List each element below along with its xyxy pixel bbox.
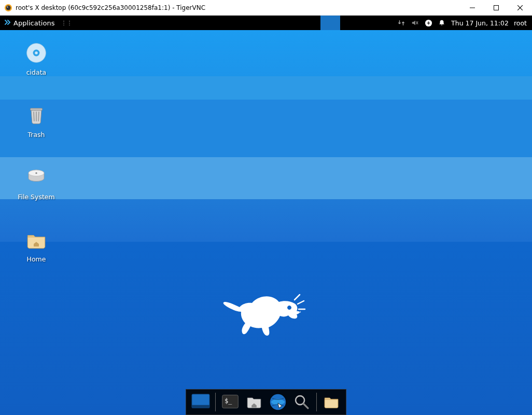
desktop-icon-label: File System bbox=[10, 193, 62, 201]
svg-point-12 bbox=[35, 51, 38, 54]
desktop-icon-filesystem[interactable]: File System bbox=[10, 165, 62, 201]
bottom-dock: $_ bbox=[186, 389, 346, 415]
svg-line-16 bbox=[38, 112, 39, 121]
dock-app-finder[interactable] bbox=[291, 392, 312, 412]
svg-line-14 bbox=[34, 112, 34, 121]
desktop-icon-trash[interactable]: Trash bbox=[10, 103, 62, 139]
vnc-window-titlebar: root's X desktop (60c9c592c256a30001258f… bbox=[0, 0, 532, 16]
desktop-icon-label: Home bbox=[10, 255, 62, 263]
power-manager-icon[interactable] bbox=[424, 19, 432, 27]
notifications-icon[interactable] bbox=[438, 19, 446, 27]
desktop-area[interactable]: cidata Trash File System bbox=[0, 30, 532, 415]
volume-muted-icon[interactable] bbox=[411, 19, 419, 27]
home-folder-icon bbox=[24, 227, 49, 252]
tigervnc-app-icon bbox=[4, 4, 12, 12]
desktop-icon-cidata[interactable]: cidata bbox=[10, 40, 62, 76]
network-icon[interactable] bbox=[397, 19, 405, 27]
svg-text:$_: $_ bbox=[225, 397, 232, 405]
desktop-icon-label: Trash bbox=[10, 131, 62, 139]
optical-disc-icon bbox=[24, 40, 49, 65]
minimize-button[interactable] bbox=[460, 0, 484, 15]
dock-terminal[interactable]: $_ bbox=[220, 392, 241, 412]
desktop-icon-label: cidata bbox=[10, 68, 62, 76]
applications-menu-button[interactable]: Applications bbox=[0, 16, 59, 30]
panel-user-label[interactable]: root bbox=[514, 19, 527, 27]
dock-show-desktop[interactable] bbox=[190, 392, 211, 412]
taskbar-active-slot[interactable] bbox=[320, 16, 340, 30]
svg-point-1 bbox=[6, 5, 11, 10]
xfce-logo-icon bbox=[4, 19, 11, 26]
xfce-mouse-wallpaper-icon bbox=[223, 289, 306, 352]
window-controls bbox=[460, 0, 532, 15]
panel-separator-icon: ⋮⋮ bbox=[59, 20, 74, 26]
applications-menu-label: Applications bbox=[13, 19, 54, 27]
svg-rect-24 bbox=[192, 405, 209, 408]
dock-separator bbox=[215, 393, 216, 411]
dock-home-folder[interactable] bbox=[321, 392, 342, 412]
svg-point-19 bbox=[35, 172, 37, 174]
trash-icon bbox=[24, 103, 49, 128]
system-tray: Thu 17 Jun, 11:02 root bbox=[392, 16, 532, 30]
desktop-icon-home[interactable]: Home bbox=[10, 227, 62, 263]
svg-line-29 bbox=[303, 404, 308, 408]
xfce-top-panel: Applications ⋮⋮ Thu 17 Jun, 11:02 root bbox=[0, 16, 532, 30]
dock-web-browser[interactable] bbox=[268, 392, 288, 412]
svg-point-2 bbox=[7, 6, 8, 7]
panel-clock[interactable]: Thu 17 Jun, 11:02 bbox=[451, 19, 509, 27]
svg-line-21 bbox=[298, 301, 304, 304]
dock-file-manager[interactable] bbox=[244, 392, 264, 412]
harddrive-icon bbox=[24, 165, 49, 190]
svg-rect-4 bbox=[494, 5, 499, 10]
close-button[interactable] bbox=[508, 0, 532, 15]
svg-rect-13 bbox=[30, 108, 42, 110]
window-title: root's X desktop (60c9c592c256a30001258f… bbox=[16, 4, 460, 11]
svg-line-20 bbox=[295, 295, 300, 300]
dock-separator bbox=[316, 393, 317, 411]
maximize-button[interactable] bbox=[484, 0, 508, 15]
